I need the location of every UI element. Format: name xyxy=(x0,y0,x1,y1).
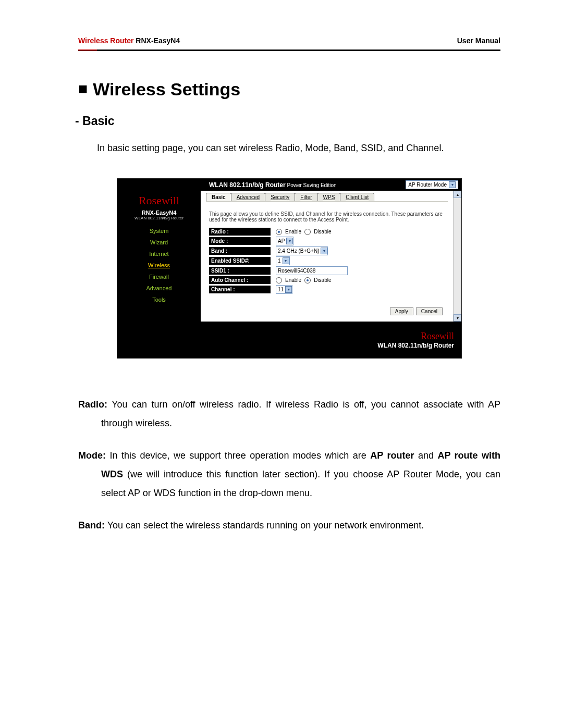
sidebar-item-tools[interactable]: Tools xyxy=(117,297,201,303)
row-ssid1: SSID1 : xyxy=(209,266,445,275)
ssid1-input[interactable] xyxy=(276,266,348,275)
label-channel: Channel : xyxy=(209,286,271,293)
scroll-up-icon[interactable]: ▴ xyxy=(454,191,461,198)
radio-enable[interactable] xyxy=(276,229,282,235)
channel-select[interactable]: 11 ▾ xyxy=(276,285,292,294)
def-mode-text-b: and xyxy=(414,450,437,461)
sidebar-item-system[interactable]: System xyxy=(117,228,201,234)
router-ui-screenshot: WLAN 802.11n/b/g Router Power Saving Edi… xyxy=(117,178,462,359)
square-bullet-icon: ■ xyxy=(78,80,88,97)
label-radio: Radio : xyxy=(209,228,271,236)
def-band-label: Band: xyxy=(78,520,105,530)
header-left: Wireless Router RNX-EasyN4 xyxy=(78,36,180,45)
band-select[interactable]: 2.4 GHz (B+G+N) ▾ xyxy=(276,246,328,255)
radio-enable-label: Enable xyxy=(285,229,301,235)
def-radio-label: Radio: xyxy=(78,399,107,410)
label-band: Band : xyxy=(209,247,271,255)
row-mode: Mode : AP ▾ xyxy=(209,237,445,245)
header-prefix: Wireless Router xyxy=(78,36,133,45)
row-radio: Radio : Enable Disable xyxy=(209,228,445,236)
page-header: Wireless Router RNX-EasyN4 User Manual xyxy=(78,36,500,48)
sidebar-item-internet[interactable]: Internet xyxy=(117,251,201,257)
label-enabled-ssid: Enabled SSID#: xyxy=(209,257,271,265)
def-mode-label: Mode: xyxy=(78,450,106,461)
tab-basic[interactable]: Basic xyxy=(206,193,231,201)
header-right: User Manual xyxy=(457,36,500,45)
radio-disable-label: Disable xyxy=(314,229,331,235)
sidebar-sub: WLAN 802.11n/b/g Router xyxy=(117,216,201,220)
def-mode: Mode: In this device, we support three o… xyxy=(101,446,500,502)
page-description: This page allows you to define SSID, and… xyxy=(201,202,453,228)
brand-logo: Rosewill xyxy=(117,194,201,207)
label-auto-channel: Auto Channel : xyxy=(209,276,271,284)
titlebar-title-sub: Power Saving Edition xyxy=(286,182,337,188)
mode-value: AP xyxy=(278,238,285,244)
label-mode: Mode : xyxy=(209,237,271,245)
def-mode-text-a: In this device, we support three operati… xyxy=(106,450,370,461)
channel-value: 11 xyxy=(278,287,284,292)
tab-wps[interactable]: WPS xyxy=(317,193,341,201)
row-channel: Channel : 11 ▾ xyxy=(209,285,445,294)
definitions: Radio: You can turn on/off wireless radi… xyxy=(78,395,500,535)
def-radio: Radio: You can turn on/off wireless radi… xyxy=(101,395,500,433)
settings-form: Radio : Enable Disable Mode : xyxy=(201,228,453,301)
footer-text: WLAN 802.11n/b/g Router xyxy=(377,342,454,349)
tab-filter[interactable]: Filter xyxy=(295,193,317,201)
tab-security[interactable]: Security xyxy=(265,193,295,201)
section-title: ■Wireless Settings xyxy=(78,79,500,100)
band-value: 2.4 GHz (B+G+N) xyxy=(278,248,319,254)
auto-channel-enable[interactable] xyxy=(276,277,282,283)
form-buttons: Apply Cancel xyxy=(201,301,453,322)
apply-button[interactable]: Apply xyxy=(390,307,413,315)
header-rule-accent xyxy=(78,50,97,51)
intro-text: In basic setting page, you can set wirel… xyxy=(78,139,500,157)
mode-select[interactable]: AP ▾ xyxy=(276,237,293,245)
dropdown-icon: ▾ xyxy=(449,181,456,188)
tab-client-list[interactable]: Client List xyxy=(340,193,374,201)
tab-bar: Basic Advanced Security Filter WPS Clien… xyxy=(201,191,453,201)
router-mode-value: AP Router Mode xyxy=(408,182,447,188)
screenshot-footer: Rosewill WLAN 802.11n/b/g Router xyxy=(117,322,461,358)
titlebar: WLAN 802.11n/b/g Router Power Saving Edi… xyxy=(117,179,461,191)
row-band: Band : 2.4 GHz (B+G+N) ▾ xyxy=(209,246,445,255)
def-band-text: You can select the wireless standards ru… xyxy=(105,520,424,530)
row-enabled-ssid: Enabled SSID#: 1 ▾ xyxy=(209,256,445,265)
radio-disable[interactable] xyxy=(304,229,311,235)
subsection-title: - Basic xyxy=(75,114,500,128)
sidebar-item-advanced[interactable]: Advanced xyxy=(117,285,201,291)
scroll-down-icon[interactable]: ▾ xyxy=(454,314,461,322)
auto-channel-disable-label: Disable xyxy=(314,277,331,283)
auto-channel-enable-label: Enable xyxy=(285,277,301,283)
header-rule xyxy=(78,50,500,51)
sidebar-item-wireless[interactable]: Wireless xyxy=(117,262,201,268)
row-auto-channel: Auto Channel : Enable Disable xyxy=(209,276,445,284)
scrollbar[interactable]: ▴ ▾ xyxy=(453,191,461,322)
footer-logo: Rosewill xyxy=(421,331,454,342)
sidebar-item-wizard[interactable]: Wizard xyxy=(117,239,201,245)
def-mode-bold-a: AP router xyxy=(370,450,414,461)
main-panel: Basic Advanced Security Filter WPS Clien… xyxy=(201,191,453,322)
section-title-text: Wireless Settings xyxy=(93,79,240,99)
tab-advanced[interactable]: Advanced xyxy=(231,193,265,201)
dropdown-icon: ▾ xyxy=(321,248,327,254)
def-band: Band: You can select the wireless standa… xyxy=(101,516,500,535)
header-model: RNX-EasyN4 xyxy=(133,36,180,45)
enabled-ssid-select[interactable]: 1 ▾ xyxy=(276,256,290,265)
sidebar-item-firewall[interactable]: Firewall xyxy=(117,274,201,280)
label-ssid1: SSID1 : xyxy=(209,267,271,275)
def-radio-text: You can turn on/off wireless radio. If w… xyxy=(101,399,500,428)
enabled-ssid-value: 1 xyxy=(278,258,281,264)
def-mode-text-c: (we will introduce this function later s… xyxy=(101,469,500,498)
cancel-button[interactable]: Cancel xyxy=(416,307,443,315)
dropdown-icon: ▾ xyxy=(286,238,293,244)
dropdown-icon: ▾ xyxy=(285,286,292,293)
dropdown-icon: ▾ xyxy=(283,257,289,264)
sidebar: Rosewill RNX-EasyN4 WLAN 802.11n/b/g Rou… xyxy=(117,191,201,322)
titlebar-title-main: WLAN 802.11n/b/g Router xyxy=(209,181,286,189)
sidebar-model: RNX-EasyN4 xyxy=(117,209,201,216)
titlebar-title: WLAN 802.11n/b/g Router Power Saving Edi… xyxy=(209,181,337,189)
auto-channel-disable[interactable] xyxy=(304,277,311,283)
router-mode-select[interactable]: AP Router Mode ▾ xyxy=(406,180,458,189)
